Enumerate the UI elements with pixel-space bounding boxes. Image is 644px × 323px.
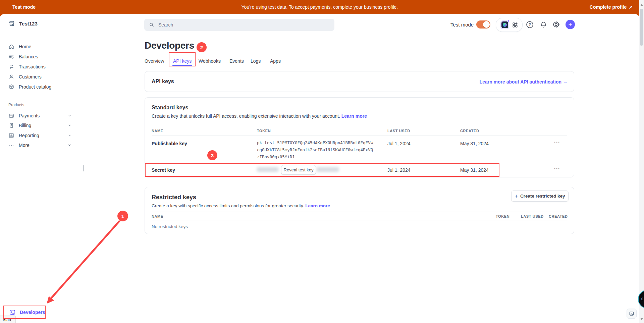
chevron-down-icon	[68, 143, 71, 148]
wallet-icon	[8, 113, 14, 119]
balances-icon	[8, 54, 14, 60]
tab-api-keys[interactable]: API keys	[173, 58, 192, 64]
settings-gear-icon[interactable]	[551, 20, 561, 29]
help-icon[interactable]: ?	[525, 20, 534, 29]
sidebar-item-label: Payments	[19, 113, 40, 118]
column-header-created: CREATED	[549, 214, 568, 218]
page-title: Developers	[145, 40, 194, 51]
sidebar-item-reporting[interactable]: Reporting	[8, 130, 71, 141]
sidebar-item-customers[interactable]: Customers	[8, 72, 71, 82]
svg-text:?: ?	[529, 22, 531, 26]
terminal-shortcut-button[interactable]	[627, 309, 637, 319]
assistant-icon[interactable]: ✦	[500, 20, 509, 29]
start-button[interactable]: Start	[0, 316, 15, 323]
sidebar-item-label: Customers	[19, 74, 42, 79]
plus-icon: +	[515, 193, 518, 199]
column-header-name: NAME	[152, 129, 163, 133]
complete-profile-button[interactable]: Complete profile ↗	[590, 4, 633, 10]
row-divider	[152, 161, 567, 161]
secret-key-created: May 31, 2024	[460, 167, 489, 173]
test-mode-toggle[interactable]	[476, 20, 490, 29]
sidebar-item-label: Balances	[19, 54, 38, 59]
terminal-icon	[9, 309, 16, 316]
sidebar-item-label: Reporting	[19, 133, 39, 138]
restricted-keys-learn-more-link[interactable]: Learn more	[305, 203, 330, 208]
annotation-step-2: 2	[197, 42, 207, 52]
restricted-keys-empty-text: No restricted keys	[152, 224, 188, 229]
reveal-test-key-button[interactable]: Reveal test key	[281, 165, 316, 175]
publishable-key-overflow-menu[interactable]: ···	[554, 139, 560, 145]
complete-profile-label: Complete profile	[590, 4, 627, 10]
account-name: Test123	[19, 21, 38, 26]
workbench-pill: ✦	[496, 18, 523, 32]
search-input[interactable]	[158, 22, 320, 28]
chevron-down-icon	[68, 133, 71, 138]
create-restricted-key-button[interactable]: + Create restricted key	[511, 191, 569, 202]
standard-keys-learn-more-link[interactable]: Learn more	[341, 113, 367, 119]
annotation-step-3: 3	[207, 150, 217, 160]
secret-key-last-used: Jul 1, 2024	[387, 167, 411, 173]
sidebar-item-payments[interactable]: Payments	[8, 111, 71, 121]
sparkle-icon: ✦	[507, 19, 510, 23]
sidebar-item-developers[interactable]: Developers	[9, 309, 45, 316]
publishable-key-token: pk_test_51PMTOYGFQg245dAKgPXOURpnA1BRRnL…	[257, 139, 373, 160]
text-cursor-artifact	[83, 165, 84, 171]
search-bar[interactable]	[144, 19, 334, 31]
sidebar-item-label: Transactions	[19, 64, 46, 69]
restricted-keys-title: Restricted keys	[152, 194, 196, 201]
toggle-knob	[483, 21, 490, 28]
scrollbar-track[interactable]	[639, 0, 644, 323]
blurred-token-left	[257, 167, 278, 172]
tab-events[interactable]: Events	[229, 58, 244, 64]
tab-logs[interactable]: Logs	[251, 58, 261, 64]
sidebar-item-transactions[interactable]: Transactions	[8, 62, 71, 72]
api-auth-learn-more-link[interactable]: Learn more about API authentication →	[480, 79, 568, 85]
stripe-dashboard-screen: Test mode You're using test data. To acc…	[0, 0, 644, 323]
notifications-bell-icon[interactable]	[539, 20, 548, 29]
blurred-token-right	[317, 167, 339, 172]
scrollbar-up-arrow[interactable]	[640, 4, 643, 6]
storefront-icon	[8, 20, 15, 27]
standard-keys-card	[145, 97, 574, 177]
sidebar-item-product-catalog[interactable]: Product catalog	[8, 82, 71, 92]
invoice-icon	[8, 122, 14, 128]
sidebar-item-label: Home	[19, 44, 31, 49]
banner-message: You're using test data. To accept paymen…	[241, 4, 398, 10]
column-header-last-used: LAST USED	[387, 129, 410, 133]
apps-grid-plus-icon[interactable]	[512, 22, 518, 28]
account-switcher[interactable]: Test123	[8, 20, 38, 27]
test-mode-toggle-label: Test mode	[450, 22, 474, 28]
table-header-divider	[152, 136, 567, 136]
sidebar-item-billing[interactable]: Billing	[8, 120, 71, 130]
column-header-created: CREATED	[460, 129, 479, 133]
publishable-key-name: Publishable key	[152, 141, 187, 146]
arrow-right-icon: →	[563, 79, 568, 85]
transactions-icon	[8, 64, 14, 70]
tab-apps[interactable]: Apps	[270, 58, 281, 64]
create-plus-button[interactable]: +	[566, 20, 575, 29]
sidebar-item-balances[interactable]: Balances	[8, 52, 71, 62]
sidebar-item-label: Billing	[19, 123, 31, 128]
home-icon	[8, 44, 14, 50]
scrollbar-thumb[interactable]	[640, 9, 643, 46]
api-keys-card-title: API keys	[152, 78, 174, 85]
column-header-name: NAME	[152, 214, 163, 218]
standard-keys-description: Create a key that unlocks full API acces…	[152, 113, 367, 119]
publishable-key-created: May 31, 2024	[460, 141, 489, 146]
standard-keys-title: Standard keys	[152, 105, 188, 111]
secret-key-overflow-menu[interactable]: ···	[554, 166, 560, 171]
ellipsis-icon	[8, 142, 14, 148]
customers-icon	[8, 74, 14, 80]
chevron-left-icon: ‹	[641, 295, 643, 302]
sidebar-item-more[interactable]: More	[8, 140, 71, 150]
column-header-token: TOKEN	[496, 214, 509, 218]
scrollbar-down-arrow[interactable]	[640, 318, 643, 320]
publishable-key-last-used: Jul 1, 2024	[387, 141, 411, 146]
bar-chart-icon	[8, 132, 14, 139]
column-header-last-used: LAST USED	[521, 214, 544, 218]
banner-test-mode-label: Test mode	[12, 4, 36, 10]
sidebar-item-home[interactable]: Home	[8, 42, 71, 52]
tab-webhooks[interactable]: Webhooks	[199, 58, 221, 64]
tab-overview[interactable]: Overview	[145, 58, 164, 64]
restricted-keys-card	[145, 187, 574, 234]
